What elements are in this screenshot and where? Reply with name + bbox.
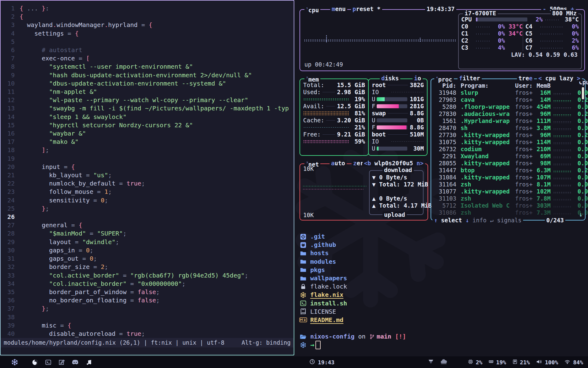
proc-row[interactable]: 31164zshfros+8.1M0.0 (433, 181, 583, 188)
proc-program: .kitty-wrapped (456, 188, 515, 195)
status-bar: 19:43 2%19%21%100%84% (0, 356, 588, 368)
proc-row[interactable]: 31077.kitty-wrappedfros+102M0.0 (433, 188, 583, 195)
code-area[interactable]: 1{ ... }:2{3 wayland.windowManager.hyprl… (1, 1, 294, 338)
mem-box-title[interactable]: ²mem (304, 75, 320, 83)
bar-module-value: 84% (573, 359, 583, 366)
file-item: .github (299, 241, 526, 249)
proc-filter-button[interactable]: filter (458, 75, 482, 82)
proc-mem: 16M (533, 89, 551, 96)
bar-system-modules: 2%19%21%100%84% (428, 356, 583, 368)
desktop: 1{ ... }:2{3 wayland.windowManager.hyprl… (0, 0, 588, 368)
firefox-icon[interactable] (32, 359, 38, 366)
proc-row[interactable]: 27903cavafros+14M0.2 (433, 96, 583, 103)
proc-table[interactable]: 31948slurpfros+16M0.027903cavafros+14M0.… (433, 89, 583, 216)
line-number: 3 (1, 21, 20, 29)
proc-box-title[interactable]: ⁴proc (434, 75, 454, 83)
core-minigraph (540, 26, 564, 28)
proc-pid: 5712 (433, 202, 456, 209)
code-line-text: gaps_out = 0; (20, 255, 97, 263)
file-name: README.md (310, 316, 343, 324)
proc-keyhints[interactable]: ↑ select ↓ info ↵ signals (432, 217, 523, 224)
code-line: 3 wayland.windowManager.hyprland = { (1, 21, 294, 29)
proc-row[interactable]: 27830.audacious-wrafros+96M0.2 (433, 110, 583, 117)
proc-row[interactable]: 31075.kitty-wrappedfros+114M0.0 (433, 139, 583, 146)
cpu-model-box: i7-6700TE 800 MHz CPU 2% 38°C C00%33°CC1… (458, 13, 582, 69)
proc-mem: 96M (533, 110, 551, 117)
proc-row[interactable]: 31086zshfros+7.3M0.0 (433, 209, 583, 216)
code-line: 10 "dbus-update-activation-environment -… (1, 79, 294, 88)
cpu-core-row: C76% (526, 44, 579, 51)
disk-bar (377, 118, 407, 122)
cpu-total-row: CPU 2% 38°C (461, 16, 579, 23)
line-number: 23 (1, 188, 20, 196)
terminal-icon (299, 300, 307, 307)
proc-row[interactable]: 31103zshfros+7.8M0.0 (433, 195, 583, 202)
folder-icon (299, 250, 307, 257)
cpu-box-title[interactable]: ¹cpu (304, 6, 320, 13)
file-item: LICENSE (299, 308, 526, 316)
proc-row[interactable]: 1561.Hyprland-wrapfros+111M0.0 (433, 117, 583, 125)
cpu-core-row: C00%33°C (461, 23, 523, 30)
code-line-text: { ... }: (20, 4, 49, 13)
proc-mem: 6.3M (533, 167, 551, 174)
proc-row[interactable]: 28470shfros+3.8M0.0 (433, 125, 583, 132)
bar-module-value: 100% (545, 359, 558, 366)
mem-row: Free:9.21 GiB (303, 131, 365, 138)
preset-button[interactable]: preset * (351, 6, 382, 12)
line-number: 1 (1, 4, 20, 13)
mem-graph (303, 140, 349, 144)
net-scale-bottom: 10K (303, 212, 314, 219)
proc-scroll-down-icon[interactable]: ↓ (579, 211, 582, 218)
music-icon[interactable] (86, 359, 92, 366)
code-line-text: "swaybg -m fill -i $(find ~/Pictures/wal… (20, 104, 289, 113)
bar-launcher-icons (11, 356, 92, 368)
shell-input-line[interactable]: → (299, 341, 526, 349)
core-list-left: C00%33°CC10%34°CC20%C34% (461, 23, 523, 51)
terminal-icon[interactable] (45, 359, 51, 366)
disk-bar-letter: F (372, 124, 377, 131)
net-auto-toggle[interactable]: auto (330, 160, 347, 167)
editor-window[interactable]: 1{ ... }:2{3 wayland.windowManager.hyprl… (0, 0, 294, 355)
wifi-tri-icon[interactable] (428, 359, 434, 366)
notes-icon[interactable] (58, 359, 65, 366)
core-pct: 0% (492, 30, 505, 37)
proc-cpu: 0.2 (574, 110, 588, 117)
proc-row[interactable]: 5280.floorp-wrappefros+454M0.0 (433, 103, 583, 110)
nix-icon[interactable] (11, 358, 18, 366)
uptime-label: up 00:42:49 (304, 61, 343, 68)
code-line-text: sensitivity = 0; (20, 196, 108, 205)
proc-cpu: 0.0 (574, 117, 588, 125)
discord-icon[interactable] (71, 359, 79, 366)
proc-sort-selector[interactable]: < cpu lazy > (537, 75, 582, 82)
proc-row[interactable]: 31084.kitty-wrappedfros+107M0.0 (433, 174, 583, 181)
cloud-icon[interactable] (440, 358, 448, 366)
code-line: 8 "systemctl --user import-environment &… (1, 63, 294, 71)
proc-tree-toggle[interactable]: tree (517, 75, 534, 82)
proc-row[interactable]: 31948slurpfros+16M0.0 (433, 89, 583, 96)
proc-row[interactable]: 5712Isolated Web Cfros+303M0.0 (433, 202, 583, 209)
line-number: 32 (1, 263, 20, 271)
proc-scrollbar[interactable] (582, 87, 584, 99)
bar-module-disk: 21% (512, 359, 530, 366)
proc-row[interactable]: 31447btopfros+6.3M0.2 (433, 167, 583, 174)
mem-pct: 21% (355, 124, 365, 131)
proc-row[interactable]: 27730.kitty-wrappedfros+96M0.2 (433, 132, 583, 139)
mem-row: Avail:12.5 GiB (303, 103, 365, 110)
code-line: 11 "nm-applet &" (1, 88, 294, 96)
menu-button[interactable]: menu (330, 6, 347, 12)
proc-row[interactable]: 28055.kitty-wrappedfros+98M0.0 (433, 160, 583, 167)
disks-io-toggle[interactable]: io (413, 75, 423, 82)
disk-bar-value: 281G (410, 103, 424, 110)
cpu-frequency-label: 800 MHz (551, 10, 578, 17)
disk-bar-value: 0B (417, 117, 424, 124)
proc-row[interactable]: 2291Xwaylandfros+69M0.0 (433, 153, 583, 160)
net-interface-selector[interactable]: <b wlp0s20f0u5 n> (363, 160, 425, 167)
terminal-window[interactable]: .git.githubhostsmodulespkgswallpapersfla… (299, 232, 526, 349)
proc-row[interactable]: 26732codiumfros+210M0.0 (433, 146, 583, 153)
btop-clock: 19:43:37 (425, 6, 456, 12)
disks-box-title[interactable]: disks (380, 75, 400, 82)
file-name: wallpapers (310, 274, 347, 282)
line-number: 8 (1, 63, 20, 71)
proc-table-header[interactable]: Pid: Program: User: MemB Cpu% ↑ (433, 82, 583, 89)
file-item: README.md (299, 316, 526, 324)
